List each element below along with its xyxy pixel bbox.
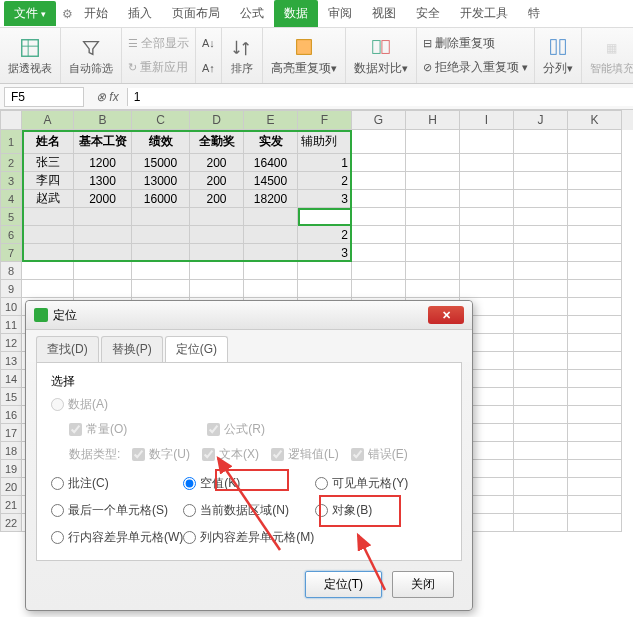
rowheader-19[interactable]: 19 — [0, 460, 22, 478]
colheader-E[interactable]: E — [244, 110, 298, 130]
cell-G5[interactable] — [352, 208, 406, 226]
cell-H4[interactable] — [406, 190, 460, 208]
cell-G3[interactable] — [352, 172, 406, 190]
cell-G7[interactable] — [352, 244, 406, 262]
cell-J11[interactable] — [514, 316, 568, 334]
cell-B7[interactable] — [74, 244, 132, 262]
cell-C7[interactable] — [132, 244, 190, 262]
tab-special[interactable]: 特 — [518, 0, 550, 27]
cell-D6[interactable] — [190, 226, 244, 244]
cell-E7[interactable] — [244, 244, 298, 262]
cell-A2[interactable]: 张三 — [22, 154, 74, 172]
cell-E1[interactable]: 实发 — [244, 130, 298, 154]
cell-J17[interactable] — [514, 424, 568, 442]
tab-insert[interactable]: 插入 — [118, 0, 162, 27]
cell-B9[interactable] — [74, 280, 132, 298]
rowheader-20[interactable]: 20 — [0, 478, 22, 496]
cell-B5[interactable] — [74, 208, 132, 226]
cell-F4[interactable]: 3 — [298, 190, 352, 208]
cell-B6[interactable] — [74, 226, 132, 244]
tab-dev[interactable]: 开发工具 — [450, 0, 518, 27]
cell-E9[interactable] — [244, 280, 298, 298]
cell-I6[interactable] — [460, 226, 514, 244]
cell-A1[interactable]: 姓名 — [22, 130, 74, 154]
cell-K6[interactable] — [568, 226, 622, 244]
cell-G1[interactable] — [352, 130, 406, 154]
cell-D8[interactable] — [190, 262, 244, 280]
colheader-I[interactable]: I — [460, 110, 514, 130]
cell-F6[interactable]: 2 — [298, 226, 352, 244]
cell-G8[interactable] — [352, 262, 406, 280]
rowheader-12[interactable]: 12 — [0, 334, 22, 352]
cell-C8[interactable] — [132, 262, 190, 280]
colheader-B[interactable]: B — [74, 110, 132, 130]
ok-button[interactable]: 定位(T) — [305, 571, 382, 598]
cell-J18[interactable] — [514, 442, 568, 460]
rowheader-10[interactable]: 10 — [0, 298, 22, 316]
dtab-replace[interactable]: 替换(P) — [101, 336, 163, 362]
cell-K3[interactable] — [568, 172, 622, 190]
reject-dups[interactable]: ⊘ 拒绝录入重复项▾ — [423, 59, 528, 76]
group-split[interactable]: 分列▾ — [535, 28, 582, 83]
rowheader-6[interactable]: 6 — [0, 226, 22, 244]
cell-K17[interactable] — [568, 424, 622, 442]
cell-E5[interactable] — [244, 208, 298, 226]
cell-I1[interactable] — [460, 130, 514, 154]
radio-object[interactable] — [315, 504, 328, 517]
group-highlight[interactable]: 高亮重复项▾ — [263, 28, 346, 83]
cell-K10[interactable] — [568, 298, 622, 316]
rowheader-15[interactable]: 15 — [0, 388, 22, 406]
close-button[interactable]: 关闭 — [392, 571, 454, 598]
cell-C1[interactable]: 绩效 — [132, 130, 190, 154]
cell-K7[interactable] — [568, 244, 622, 262]
cell-J7[interactable] — [514, 244, 568, 262]
cell-J8[interactable] — [514, 262, 568, 280]
cell-F2[interactable]: 1 — [298, 154, 352, 172]
group-pivot[interactable]: 据透视表 — [0, 28, 61, 83]
cell-K12[interactable] — [568, 334, 622, 352]
cell-I5[interactable] — [460, 208, 514, 226]
group-autofilter[interactable]: 自动筛选 — [61, 28, 122, 83]
cell-J6[interactable] — [514, 226, 568, 244]
cell-A5[interactable] — [22, 208, 74, 226]
cell-K20[interactable] — [568, 478, 622, 496]
radio-region[interactable] — [183, 504, 196, 517]
rowheader-5[interactable]: 5 — [0, 208, 22, 226]
sort-asc-icon[interactable]: A↓ — [202, 37, 215, 49]
cell-J10[interactable] — [514, 298, 568, 316]
cell-K15[interactable] — [568, 388, 622, 406]
cell-C4[interactable]: 16000 — [132, 190, 190, 208]
cell-A4[interactable]: 赵武 — [22, 190, 74, 208]
name-box[interactable]: F5 — [4, 87, 84, 107]
rowheader-13[interactable]: 13 — [0, 352, 22, 370]
tab-formula[interactable]: 公式 — [230, 0, 274, 27]
rowheader-2[interactable]: 2 — [0, 154, 22, 172]
radio-visible[interactable] — [315, 477, 328, 490]
cell-A8[interactable] — [22, 262, 74, 280]
cell-C3[interactable]: 13000 — [132, 172, 190, 190]
colheader-H[interactable]: H — [406, 110, 460, 130]
rowheader-8[interactable]: 8 — [0, 262, 22, 280]
cell-J4[interactable] — [514, 190, 568, 208]
rowheader-21[interactable]: 21 — [0, 496, 22, 514]
cell-D9[interactable] — [190, 280, 244, 298]
cell-I2[interactable] — [460, 154, 514, 172]
cell-A6[interactable] — [22, 226, 74, 244]
cell-E3[interactable]: 14500 — [244, 172, 298, 190]
cell-E2[interactable]: 16400 — [244, 154, 298, 172]
sort-desc-icon[interactable]: A↑ — [202, 62, 215, 74]
cell-K9[interactable] — [568, 280, 622, 298]
cell-H1[interactable] — [406, 130, 460, 154]
tab-security[interactable]: 安全 — [406, 0, 450, 27]
colheader-C[interactable]: C — [132, 110, 190, 130]
cell-I3[interactable] — [460, 172, 514, 190]
cell-K4[interactable] — [568, 190, 622, 208]
rowheader-3[interactable]: 3 — [0, 172, 22, 190]
cell-K18[interactable] — [568, 442, 622, 460]
cell-B4[interactable]: 2000 — [74, 190, 132, 208]
cell-K14[interactable] — [568, 370, 622, 388]
cell-H7[interactable] — [406, 244, 460, 262]
cell-G2[interactable] — [352, 154, 406, 172]
colheader-K[interactable]: K — [568, 110, 622, 130]
file-menu[interactable]: 文件▾ — [4, 1, 56, 26]
